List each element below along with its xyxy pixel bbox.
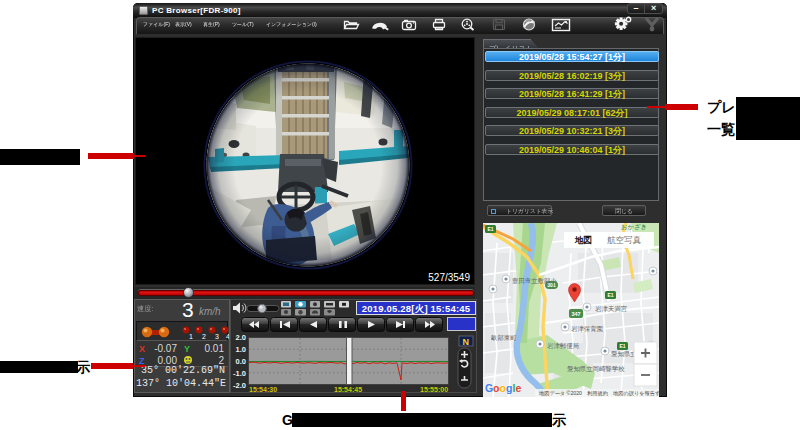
svg-text:o: o — [500, 382, 506, 394]
svg-text:0.0: 0.0 — [236, 357, 246, 366]
svg-text:-0.07: -0.07 — [154, 343, 177, 354]
svg-text:o: o — [493, 382, 499, 394]
svg-text:e: e — [516, 382, 522, 394]
svg-text:1.0: 1.0 — [236, 345, 246, 354]
svg-text:地図: 地図 — [574, 235, 592, 245]
svg-text:1: 1 — [189, 333, 193, 340]
svg-text:航空写真: 航空写真 — [607, 235, 642, 245]
svg-text:Y: Y — [184, 344, 190, 354]
svg-text:E1: E1 — [619, 343, 625, 349]
svg-text:おかざき: おかざき — [621, 223, 647, 230]
svg-text:N: N — [463, 337, 470, 347]
svg-text:E1: E1 — [607, 292, 613, 298]
svg-text:豊田市立敷部小: 豊田市立敷部小 — [512, 277, 557, 285]
svg-text:0.01: 0.01 — [205, 343, 225, 354]
svg-text:2: 2 — [202, 333, 206, 340]
svg-text:15:54:45: 15:54:45 — [334, 386, 362, 393]
svg-text:2.0: 2.0 — [236, 333, 246, 342]
svg-text:岩津郵便局: 岩津郵便局 — [547, 342, 579, 350]
svg-text:347: 347 — [571, 311, 580, 317]
svg-text:X: X — [139, 344, 145, 354]
svg-text:畝部東町: 畝部東町 — [491, 334, 517, 342]
svg-text:4: 4 — [226, 333, 229, 340]
svg-text:地図データ ©2020 利用規約 地図の誤りを報告する: 地図データ ©2020 利用規約 地図の誤りを報告する — [538, 390, 659, 397]
svg-text:15:55:00: 15:55:00 — [420, 386, 448, 393]
svg-text:3: 3 — [215, 333, 219, 340]
svg-text:E1: E1 — [487, 226, 493, 232]
svg-text:-1.0: -1.0 — [233, 369, 246, 378]
svg-text:岩津保育園: 岩津保育園 — [571, 325, 603, 333]
svg-text:愛知県立岡崎聾学校: 愛知県立岡崎聾学校 — [567, 365, 625, 373]
svg-text:G: G — [485, 382, 493, 394]
svg-text:15:54:30: 15:54:30 — [249, 386, 277, 393]
svg-text:-2.0: -2.0 — [233, 381, 246, 390]
svg-text:岩津天満宮: 岩津天満宮 — [595, 305, 628, 313]
svg-text:g: g — [506, 382, 512, 394]
